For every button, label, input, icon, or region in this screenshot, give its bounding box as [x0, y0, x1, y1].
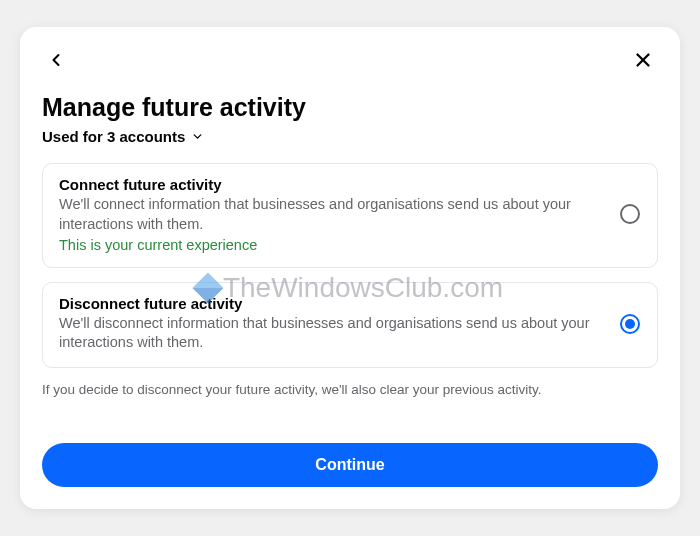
option-title: Connect future activity — [59, 176, 605, 193]
back-button[interactable] — [42, 46, 70, 74]
continue-button[interactable]: Continue — [42, 443, 658, 487]
accounts-label: Used for 3 accounts — [42, 128, 185, 145]
page-title: Manage future activity — [42, 93, 658, 122]
close-button[interactable] — [628, 45, 658, 75]
radio-disconnect[interactable] — [619, 313, 641, 335]
close-icon — [632, 49, 654, 71]
option-title: Disconnect future activity — [59, 295, 605, 312]
manage-activity-modal: Manage future activity Used for 3 accoun… — [20, 27, 680, 508]
option-text: Disconnect future activity We'll disconn… — [59, 295, 605, 353]
option-connect[interactable]: Connect future activity We'll connect in… — [42, 163, 658, 267]
options-list: Connect future activity We'll connect in… — [42, 163, 658, 367]
modal-topbar — [42, 45, 658, 75]
chevron-down-icon — [191, 130, 204, 143]
option-text: Connect future activity We'll connect in… — [59, 176, 605, 252]
option-disconnect[interactable]: Disconnect future activity We'll disconn… — [42, 282, 658, 368]
option-current-note: This is your current experience — [59, 237, 605, 253]
radio-connect[interactable] — [619, 203, 641, 225]
accounts-dropdown[interactable]: Used for 3 accounts — [42, 128, 204, 145]
chevron-left-icon — [46, 50, 66, 70]
option-desc: We'll connect information that businesse… — [59, 195, 605, 234]
footnote-text: If you decide to disconnect your future … — [42, 382, 658, 397]
option-desc: We'll disconnect information that busine… — [59, 314, 605, 353]
